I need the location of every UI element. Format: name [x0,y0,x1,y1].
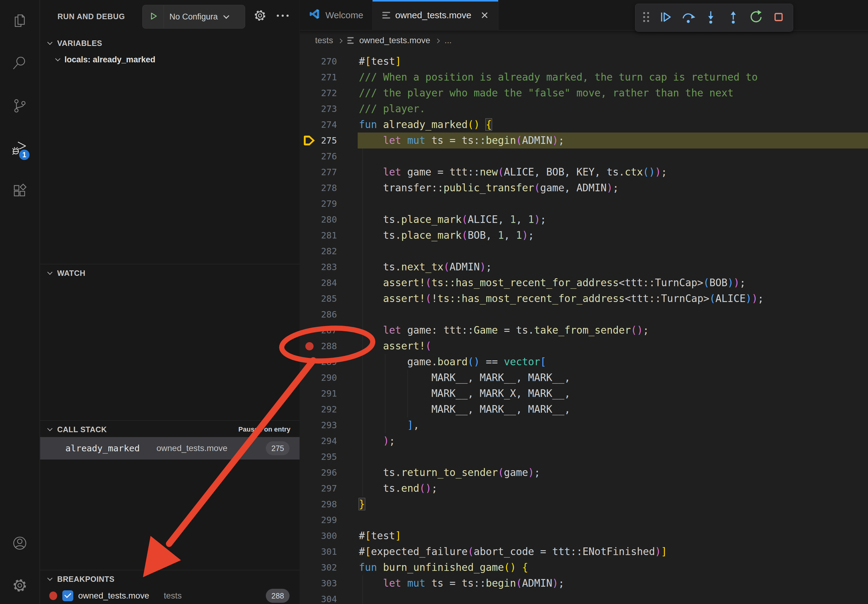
line-number[interactable]: 288 [319,341,337,351]
code-line-text[interactable]: #[test] [337,528,401,544]
line-number[interactable]: 296 [319,468,337,478]
line-number[interactable]: 302 [319,562,337,573]
line-number[interactable]: 275 [319,135,337,146]
account-button[interactable] [0,527,40,561]
sidebar-item-explorer[interactable] [0,5,40,38]
line-number[interactable]: 277 [319,167,337,177]
gutter-glyph-margin[interactable] [300,85,319,101]
gutter-glyph-margin[interactable] [300,465,319,480]
gutter-glyph-margin[interactable] [300,591,319,604]
code-line[interactable]: 275 let mut ts = ts::begin(ADMIN); [300,133,868,149]
code-line-text[interactable]: fun burn_unfinished_game() { [337,560,528,575]
line-number[interactable]: 300 [319,531,337,541]
code-line[interactable]: 276 [300,149,868,164]
breakpoint-list-item[interactable]: owned_tests.move tests 288 [40,588,299,604]
gutter-glyph-margin[interactable] [300,196,319,212]
step-out-button[interactable] [724,8,743,27]
code-line[interactable]: 292 MARK__, MARK__, MARK__, [300,401,868,417]
toolbar-drag-handle[interactable] [640,8,653,27]
code-line[interactable]: 271/// When a position is already marked… [300,69,868,85]
code-line[interactable]: 291 MARK__, MARK_X, MARK__, [300,386,868,401]
start-debugging-button[interactable] [143,5,164,28]
stop-button[interactable] [769,8,788,27]
sidebar-item-source-control[interactable] [0,90,40,123]
code-line-text[interactable]: #[test] [337,54,401,69]
breakpoint-checkbox[interactable] [62,590,73,601]
settings-button[interactable] [0,569,40,603]
gutter-glyph-margin[interactable] [300,291,319,307]
code-line[interactable]: 288 assert!( [300,338,868,354]
line-number[interactable]: 271 [319,72,337,82]
code-line-text[interactable]: let mut ts = ts::begin(ADMIN); [337,575,564,591]
gutter-glyph-margin[interactable] [300,401,319,417]
line-number[interactable]: 273 [319,104,337,114]
code-line[interactable]: 279 [300,196,868,212]
code-line[interactable]: 302fun burn_unfinished_game() { [300,560,868,575]
gutter-glyph-margin[interactable] [300,69,319,85]
breadcrumb-item-symbol[interactable]: ... [445,36,452,45]
gutter-glyph-margin[interactable] [300,417,319,433]
code-line[interactable]: 297 ts.end(); [300,480,868,496]
code-line[interactable]: 299 [300,512,868,528]
gutter-glyph-margin[interactable] [300,560,319,575]
code-line[interactable]: 281 ts.place_mark(BOB, 1, 1); [300,228,868,243]
gutter-glyph-margin[interactable] [300,544,319,560]
breadcrumb-item-tests[interactable]: tests [315,36,333,45]
line-number[interactable]: 270 [319,56,337,67]
step-over-button[interactable] [679,8,698,27]
gutter-glyph-margin[interactable] [300,54,319,69]
gutter-glyph-margin[interactable] [300,133,319,149]
code-line[interactable]: 290 MARK__, MARK__, MARK__, [300,370,868,386]
launch-configuration-dropdown[interactable]: No Configura [142,5,245,29]
line-number[interactable]: 281 [319,230,337,240]
code-line[interactable]: 278 transfer::public_transfer(game, ADMI… [300,180,868,196]
line-number[interactable]: 295 [319,452,337,462]
code-line-text[interactable]: assert!(ts::has_most_recent_for_address<… [337,275,746,291]
code-line[interactable]: 282 [300,243,868,259]
code-line[interactable]: 294 ); [300,433,868,449]
continue-button[interactable] [656,8,675,27]
sidebar-item-run-and-debug[interactable]: 1 [0,132,40,166]
code-line-text[interactable]: /// player. [337,101,425,117]
gutter-glyph-margin[interactable] [300,275,319,291]
code-line[interactable]: 303 let mut ts = ts::begin(ADMIN); [300,575,868,591]
sidebar-item-extensions[interactable] [0,175,40,208]
code-line[interactable]: 300#[test] [300,528,868,544]
line-number[interactable]: 301 [319,547,337,557]
code-line[interactable]: 285 assert!(!ts::has_most_recent_for_add… [300,291,868,307]
line-number[interactable]: 298 [319,499,337,510]
variables-scope-locals[interactable]: locals: already_marked [40,51,299,68]
code-line-text[interactable]: let game: ttt::Game = ts.take_from_sende… [337,322,649,338]
code-line[interactable]: 293 ], [300,417,868,433]
restart-button[interactable] [747,8,766,27]
line-number[interactable]: 291 [319,389,337,399]
code-line-text[interactable]: transfer::public_transfer(game, ADMIN); [337,180,618,196]
gutter-glyph-margin[interactable] [300,149,319,164]
gutter-glyph-margin[interactable] [300,512,319,528]
code-line[interactable]: 289 game.board() == vector[ [300,354,868,370]
line-number[interactable]: 303 [319,578,337,589]
line-number[interactable]: 278 [319,183,337,193]
code-line[interactable]: 304 [300,591,868,604]
line-number[interactable]: 285 [319,293,337,304]
gutter-glyph-margin[interactable] [300,496,319,512]
code-line-text[interactable]: MARK__, MARK__, MARK__, [337,401,570,417]
code-line-text[interactable]: assert!(!ts::has_most_recent_for_address… [337,291,764,307]
gutter-glyph-margin[interactable] [300,180,319,196]
gutter-glyph-margin[interactable] [300,322,319,338]
code-line-text[interactable]: } [337,496,365,512]
code-line-text[interactable]: /// the player who made the "false" move… [337,85,733,101]
code-line[interactable]: 277 let game = ttt::new(ALICE, BOB, KEY,… [300,164,868,180]
code-line-text[interactable]: game.board() == vector[ [337,354,546,370]
tab-welcome[interactable]: Welcome [300,0,372,30]
line-number[interactable]: 280 [319,214,337,225]
line-number[interactable]: 283 [319,262,337,272]
gutter-glyph-margin[interactable] [300,164,319,180]
code-line[interactable]: 286 [300,307,868,322]
code-line[interactable]: 295 [300,449,868,465]
code-line[interactable]: 298} [300,496,868,512]
code-line[interactable]: 296 ts.return_to_sender(game); [300,465,868,480]
gutter-glyph-margin[interactable] [300,243,319,259]
line-number[interactable]: 274 [319,119,337,130]
gutter-glyph-margin[interactable] [300,259,319,275]
